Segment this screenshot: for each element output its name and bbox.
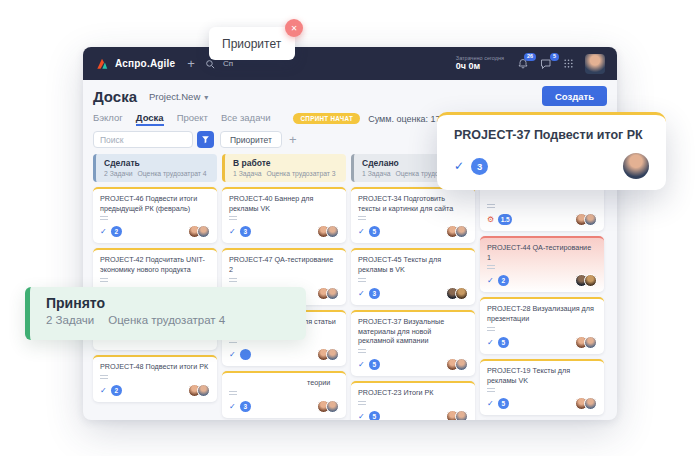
avatar <box>584 274 597 287</box>
messages-count-badge: 5 <box>550 53 559 62</box>
description-icon <box>100 278 108 283</box>
task-title: PROJECT-23 Итоги РК <box>358 388 468 398</box>
topbar: Аспро.Agile + Сп Затрачено сегодня 0ч 0м… <box>83 47 617 80</box>
apps-grid-icon[interactable] <box>563 58 574 69</box>
avatar <box>326 400 339 413</box>
description-icon <box>229 339 237 344</box>
close-icon[interactable] <box>285 19 303 37</box>
estimate-badge: 5 <box>498 398 509 409</box>
column-title: В работе <box>233 158 338 168</box>
task-title: PROJECT-19 Тексты для рекламы VK <box>487 366 597 385</box>
chevron-down-icon <box>204 91 208 102</box>
check-icon <box>229 350 236 359</box>
task-preview-title: PROJECT-37 Подвести итог РК <box>454 128 649 142</box>
avatar <box>326 287 339 300</box>
estimate-badge: 3 <box>471 158 488 175</box>
column-estimate: Оценка трудозатрат 3 <box>266 170 335 177</box>
page-header: Доска Project.New Создать <box>93 85 607 107</box>
notifications-count-badge: 26 <box>524 53 536 62</box>
check-icon <box>100 227 107 236</box>
description-icon <box>229 278 237 283</box>
messages-icon[interactable]: 5 <box>540 58 552 70</box>
time-tracked-label: Затрачено сегодня <box>456 55 504 62</box>
task-card[interactable]: PROJECT-34 Подготовить тексты и картинки… <box>351 187 475 243</box>
avatar <box>584 336 597 349</box>
column-cards: PROJECT-34 Подготовить тексты и картинки… <box>351 187 475 420</box>
task-card[interactable]: PROJECT-37 Визуальные материалы для ново… <box>351 310 475 376</box>
task-title: PROJECT-42 Подсчитать UNIT-экономику нов… <box>100 255 210 274</box>
avatar <box>455 225 468 238</box>
priority-tooltip-label: Приоритет <box>222 37 281 51</box>
avatar <box>197 384 210 397</box>
app-window: Аспро.Agile + Сп Затрачено сегодня 0ч 0м… <box>83 47 617 420</box>
description-icon <box>487 388 495 393</box>
task-card[interactable]: 1.5 <box>480 185 604 231</box>
column-header: В работе 1 Задача Оценка трудозатрат 3 <box>222 154 346 182</box>
accepted-task-count: 2 Задачи <box>46 314 94 326</box>
tab-project[interactable]: Проект <box>177 112 208 126</box>
task-preview-card[interactable]: PROJECT-37 Подвести итог РК 3 <box>437 112 666 190</box>
task-card[interactable]: теории 3 <box>222 371 346 418</box>
estimate-badge: 5 <box>498 337 509 348</box>
tab-board[interactable]: Доска <box>136 112 164 126</box>
task-card-highlighted[interactable]: PROJECT-44 QA-тестирование 1 2 <box>480 236 604 292</box>
task-card[interactable]: PROJECT-19 Тексты для рекламы VK 5 <box>480 359 604 415</box>
check-icon <box>487 399 494 408</box>
task-title: PROJECT-46 Подвести итоги предыдущей РК … <box>100 194 210 213</box>
search-input[interactable] <box>93 131 193 148</box>
filter-button[interactable] <box>197 131 214 148</box>
description-icon <box>358 349 366 354</box>
time-tracked: Затрачено сегодня 0ч 0м <box>456 55 504 72</box>
project-select[interactable]: Project.New <box>149 91 208 102</box>
accepted-estimate: Оценка трудозатрат 4 <box>108 314 225 326</box>
add-icon[interactable]: + <box>187 57 195 70</box>
avatar <box>584 397 597 410</box>
sprint-status-badge: СПРИНТ НАЧАТ <box>293 113 360 124</box>
estimate-badge <box>240 349 251 360</box>
column-title: Сделать <box>104 158 209 168</box>
priority-filter-chip[interactable]: Приоритет <box>220 131 282 148</box>
estimate-badge: 2 <box>111 385 122 396</box>
task-card[interactable]: PROJECT-28 Визуализация для презентации … <box>480 297 604 353</box>
task-card[interactable]: PROJECT-45 Тексты для рекламы в VK 3 <box>351 248 475 304</box>
check-icon <box>358 360 365 369</box>
description-icon <box>358 278 366 283</box>
avatar <box>455 287 468 300</box>
task-title: PROJECT-44 QA-тестирование 1 <box>487 243 597 262</box>
check-icon <box>229 227 236 236</box>
add-filter-icon[interactable] <box>289 133 297 146</box>
user-avatar[interactable] <box>585 54 605 74</box>
estimate-badge: 5 <box>369 226 380 237</box>
task-card[interactable]: PROJECT-46 Подвести итоги предыдущей РК … <box>93 187 217 243</box>
avatar <box>455 410 468 420</box>
task-card[interactable]: PROJECT-48 Подвести итоги РК 2 <box>93 355 217 402</box>
task-title: PROJECT-34 Подготовить тексты и картинки… <box>358 194 468 213</box>
task-title: PROJECT-28 Визуализация для презентации <box>487 304 597 323</box>
notifications-bell-icon[interactable]: 26 <box>517 58 529 70</box>
column-task-count: 1 Задача <box>362 170 390 177</box>
create-button[interactable]: Создать <box>542 86 607 106</box>
task-title: PROJECT-48 Подвести итоги РК <box>100 362 210 372</box>
tab-backlog[interactable]: Бэклог <box>93 112 123 126</box>
task-card[interactable]: PROJECT-40 Баннер для рекламы VK 3 <box>222 187 346 243</box>
description-icon <box>487 204 495 209</box>
check-icon <box>487 276 494 285</box>
column-task-count: 2 Задачи <box>104 170 133 177</box>
task-card[interactable]: PROJECT-23 Итоги РК 5 <box>351 381 475 420</box>
estimate-badge: 5 <box>369 411 380 420</box>
avatar <box>623 153 649 179</box>
description-icon <box>358 216 366 221</box>
description-icon <box>229 391 237 396</box>
tab-all-tasks[interactable]: Все задачи <box>221 112 271 126</box>
search-icon[interactable] <box>205 59 215 69</box>
estimate-badge: 3 <box>369 288 380 299</box>
estimate-badge: 3 <box>240 401 251 412</box>
task-title: PROJECT-47 QA-тестирование 2 <box>229 255 339 274</box>
check-icon <box>358 412 365 420</box>
description-icon <box>100 375 108 380</box>
task-title: теории <box>229 378 339 388</box>
topbar-nav-fragment[interactable]: Сп <box>223 59 233 68</box>
check-icon <box>358 289 365 298</box>
check-icon <box>358 227 365 236</box>
task-title <box>487 192 597 201</box>
